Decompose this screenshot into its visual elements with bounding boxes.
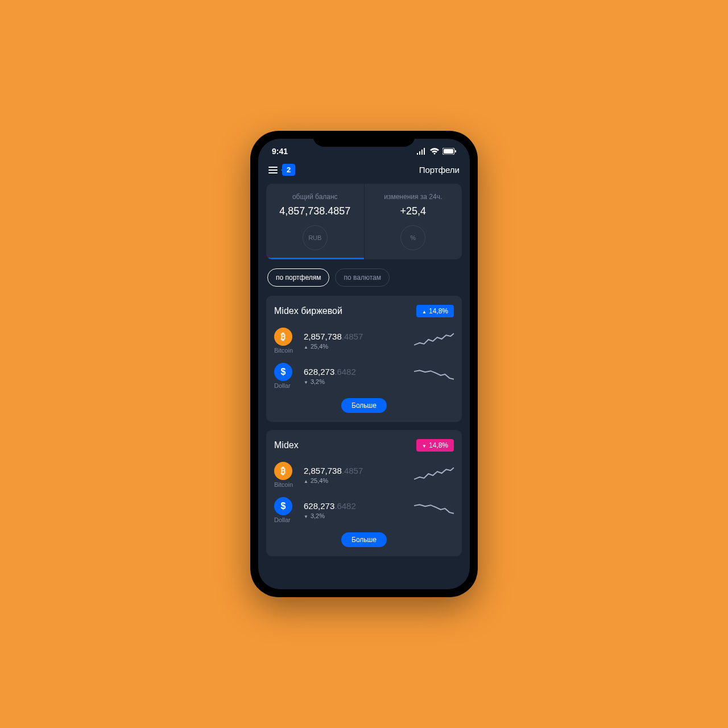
balance-card: общий баланс 4,857,738.4857 RUB изменени…: [266, 184, 462, 259]
portfolio-name: Midex биржевой: [274, 306, 342, 316]
portfolio-card[interactable]: Midex 14,8% ₿ Bitcoin 2,857,738.4857 25,…: [266, 430, 462, 556]
asset-change: 3,2%: [304, 512, 407, 519]
balance-total-label: общий баланс: [292, 193, 338, 201]
usd-icon: $: [274, 497, 292, 515]
status-time: 9:41: [272, 147, 288, 156]
btc-icon: ₿: [274, 462, 292, 480]
asset-name: Bitcoin: [274, 347, 297, 354]
sparkline-icon: [414, 331, 454, 350]
arrow-down-icon: [422, 441, 427, 449]
portfolio-change-badge: 14,8%: [416, 439, 454, 452]
asset-row[interactable]: $ Dollar 628,273.6482 3,2%: [274, 363, 454, 389]
arrow-down-icon: [304, 512, 308, 519]
asset-change: 25,4%: [304, 343, 407, 350]
asset-row[interactable]: $ Dollar 628,273.6482 3,2%: [274, 497, 454, 523]
asset-value: 2,857,738.4857: [304, 332, 407, 341]
battery-icon: [442, 148, 456, 155]
btc-icon: ₿: [274, 328, 292, 346]
more-button[interactable]: Больше: [341, 532, 387, 547]
arrow-up-icon: [304, 477, 308, 484]
usd-icon: $: [274, 363, 292, 381]
portfolios-list: Midex биржевой 14,8% ₿ Bitcoin 2,857,738…: [266, 296, 462, 556]
content-scroll[interactable]: общий баланс 4,857,738.4857 RUB изменени…: [258, 184, 470, 583]
menu-icon[interactable]: [268, 167, 278, 173]
notification-badge[interactable]: 2: [282, 164, 295, 176]
balance-total[interactable]: общий баланс 4,857,738.4857 RUB: [266, 184, 365, 259]
asset-row[interactable]: ₿ Bitcoin 2,857,738.4857 25,4%: [274, 462, 454, 488]
portfolio-change-badge: 14,8%: [416, 305, 454, 317]
arrow-up-icon: [422, 307, 427, 315]
app-header: 2 Портфели: [258, 159, 470, 184]
portfolio-name: Midex: [274, 440, 299, 450]
asset-value: 2,857,738.4857: [304, 466, 407, 475]
notch: [313, 131, 415, 147]
page-title: Портфели: [419, 165, 460, 175]
screen: 9:41 2 Портфели общий баланс 4,857,738.4…: [258, 139, 470, 589]
portfolio-card[interactable]: Midex биржевой 14,8% ₿ Bitcoin 2,857,738…: [266, 296, 462, 422]
arrow-up-icon: [304, 343, 308, 350]
sparkline-icon: [414, 500, 454, 520]
arrow-down-icon: [304, 378, 308, 385]
filter-by-currencies[interactable]: по валютам: [335, 268, 389, 287]
svg-rect-1: [444, 149, 453, 154]
filter-pills: по портфелям по валютам: [266, 268, 462, 287]
asset-change: 3,2%: [304, 378, 407, 385]
asset-name: Dollar: [274, 516, 297, 523]
asset-change: 25,4%: [304, 477, 407, 484]
asset-value: 628,273.6482: [304, 501, 407, 511]
status-icons: [416, 148, 456, 155]
sparkline-icon: [414, 465, 454, 485]
balance-change-label: изменения за 24ч.: [384, 193, 442, 201]
balance-change-value: +25,4: [400, 205, 426, 217]
sparkline-icon: [414, 366, 454, 386]
asset-value: 628,273.6482: [304, 367, 407, 377]
asset-name: Bitcoin: [274, 481, 297, 488]
balance-total-value: 4,857,738.4857: [279, 205, 350, 217]
more-button[interactable]: Больше: [341, 398, 387, 413]
filter-by-portfolios[interactable]: по портфелям: [267, 268, 329, 287]
signal-icon: [416, 148, 427, 155]
currency-rub-button[interactable]: RUB: [303, 225, 328, 250]
balance-change[interactable]: изменения за 24ч. +25,4 %: [365, 184, 462, 259]
svg-rect-2: [455, 150, 456, 152]
phone-frame: 9:41 2 Портфели общий баланс 4,857,738.4…: [250, 131, 478, 597]
asset-row[interactable]: ₿ Bitcoin 2,857,738.4857 25,4%: [274, 328, 454, 354]
wifi-icon: [430, 148, 439, 155]
asset-name: Dollar: [274, 382, 297, 389]
unit-percent-button[interactable]: %: [400, 225, 425, 250]
